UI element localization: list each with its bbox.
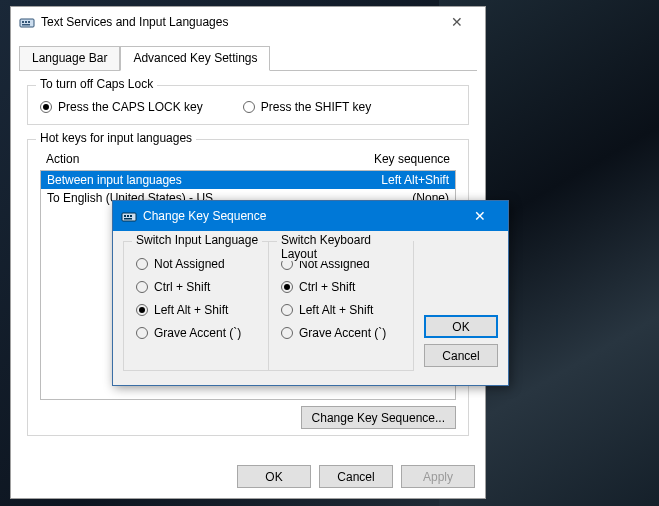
svg-rect-3 bbox=[28, 21, 30, 23]
close-button[interactable]: ✕ bbox=[437, 8, 477, 36]
apply-button: Apply bbox=[401, 465, 475, 488]
dialog-title: Text Services and Input Languages bbox=[41, 15, 437, 29]
radio-label: Press the SHIFT key bbox=[261, 100, 371, 114]
radio-label: Ctrl + Shift bbox=[154, 280, 210, 294]
tabstrip: Language Bar Advanced Key Settings bbox=[19, 45, 477, 71]
change-key-sequence-dialog: Change Key Sequence ✕ Switch Input Langu… bbox=[112, 200, 509, 386]
svg-rect-8 bbox=[130, 215, 132, 217]
radio-label: Grave Accent (`) bbox=[154, 326, 241, 340]
radio-layout-grave-accent[interactable]: Grave Accent (`) bbox=[281, 326, 401, 340]
svg-rect-7 bbox=[127, 215, 129, 217]
radio-input-grave-accent[interactable]: Grave Accent (`) bbox=[136, 326, 256, 340]
radio-icon bbox=[136, 304, 148, 316]
group-title: Switch Input Language bbox=[132, 233, 262, 247]
tab-language-bar[interactable]: Language Bar bbox=[19, 46, 120, 71]
svg-rect-2 bbox=[25, 21, 27, 23]
keyboard-icon bbox=[19, 14, 35, 30]
radio-press-caps-lock[interactable]: Press the CAPS LOCK key bbox=[40, 100, 203, 114]
titlebar: Text Services and Input Languages ✕ bbox=[11, 7, 485, 37]
hotkeys-group-title: Hot keys for input languages bbox=[36, 131, 196, 145]
radio-icon bbox=[136, 327, 148, 339]
radio-label: Left Alt + Shift bbox=[154, 303, 228, 317]
switch-keyboard-layout-group: Switch Keyboard Layout Not Assigned Ctrl… bbox=[268, 241, 414, 371]
svg-rect-9 bbox=[124, 218, 132, 220]
radio-press-shift[interactable]: Press the SHIFT key bbox=[243, 100, 371, 114]
child-button-column: OK Cancel bbox=[424, 241, 498, 371]
tab-advanced-key-settings[interactable]: Advanced Key Settings bbox=[120, 46, 270, 71]
svg-rect-4 bbox=[22, 24, 30, 26]
keyboard-icon bbox=[121, 208, 137, 224]
switch-input-language-group: Switch Input Language Not Assigned Ctrl … bbox=[123, 241, 269, 371]
caps-lock-group: To turn off Caps Lock Press the CAPS LOC… bbox=[27, 85, 469, 125]
svg-rect-1 bbox=[22, 21, 24, 23]
caps-lock-group-title: To turn off Caps Lock bbox=[36, 77, 157, 91]
col-action: Action bbox=[46, 152, 79, 166]
hotkey-row-between-languages[interactable]: Between input languages Left Alt+Shift bbox=[41, 171, 455, 189]
radio-layout-left-alt-shift[interactable]: Left Alt + Shift bbox=[281, 303, 401, 317]
hotkey-header: Action Key sequence bbox=[40, 150, 456, 168]
radio-input-not-assigned[interactable]: Not Assigned bbox=[136, 257, 256, 271]
radio-label: Press the CAPS LOCK key bbox=[58, 100, 203, 114]
child-ok-button[interactable]: OK bbox=[424, 315, 498, 338]
ok-button[interactable]: OK bbox=[237, 465, 311, 488]
radio-label: Grave Accent (`) bbox=[299, 326, 386, 340]
radio-input-left-alt-shift[interactable]: Left Alt + Shift bbox=[136, 303, 256, 317]
child-titlebar: Change Key Sequence ✕ bbox=[113, 201, 508, 231]
group-title: Switch Keyboard Layout bbox=[277, 233, 413, 261]
hotkey-action: Between input languages bbox=[47, 173, 182, 187]
radio-icon bbox=[243, 101, 255, 113]
hotkey-sequence: Left Alt+Shift bbox=[381, 173, 449, 187]
radio-icon bbox=[136, 281, 148, 293]
child-close-button[interactable]: ✕ bbox=[460, 202, 500, 230]
svg-rect-6 bbox=[124, 215, 126, 217]
radio-label: Not Assigned bbox=[154, 257, 225, 271]
col-key-sequence: Key sequence bbox=[374, 152, 450, 166]
radio-icon bbox=[40, 101, 52, 113]
cancel-button[interactable]: Cancel bbox=[319, 465, 393, 488]
radio-input-ctrl-shift[interactable]: Ctrl + Shift bbox=[136, 280, 256, 294]
radio-label: Left Alt + Shift bbox=[299, 303, 373, 317]
child-cancel-button[interactable]: Cancel bbox=[424, 344, 498, 367]
radio-icon bbox=[281, 327, 293, 339]
dialog-button-row: OK Cancel Apply bbox=[237, 465, 475, 488]
radio-layout-ctrl-shift[interactable]: Ctrl + Shift bbox=[281, 280, 401, 294]
radio-label: Ctrl + Shift bbox=[299, 280, 355, 294]
radio-icon bbox=[281, 281, 293, 293]
radio-icon bbox=[136, 258, 148, 270]
radio-icon bbox=[281, 304, 293, 316]
change-key-sequence-button[interactable]: Change Key Sequence... bbox=[301, 406, 456, 429]
child-dialog-title: Change Key Sequence bbox=[143, 209, 460, 223]
